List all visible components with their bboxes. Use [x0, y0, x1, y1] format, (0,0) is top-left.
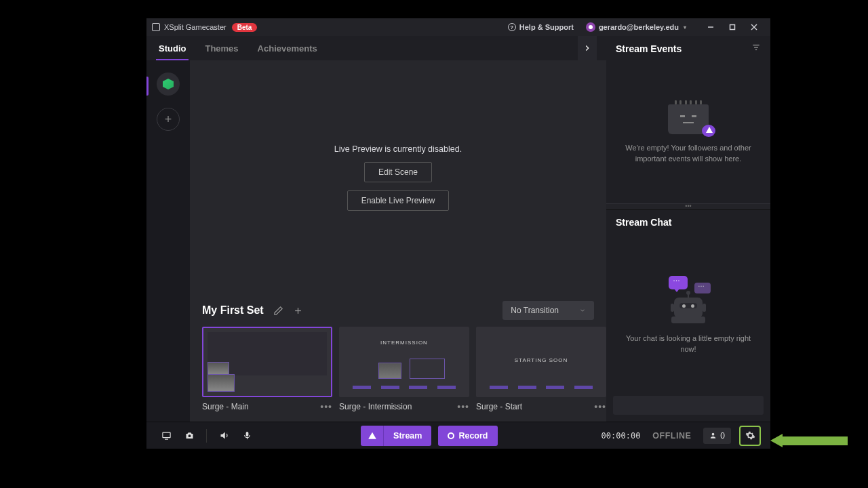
scene-set-title: My First Set — [202, 304, 264, 317]
settings-button[interactable] — [739, 426, 761, 446]
main-tabs: Studio Themes Achievements — [146, 36, 606, 60]
stream-timer: 00:00:00 — [601, 431, 641, 441]
scene-thumb-start[interactable]: STARTING SOON Surge - Start ••• — [476, 327, 606, 412]
gear-icon — [745, 430, 755, 441]
tab-achievements[interactable]: Achievements — [255, 37, 320, 60]
record-icon — [448, 432, 454, 439]
scene-thumb-main[interactable]: Surge - Main ••• — [202, 327, 332, 412]
scene-more-button[interactable]: ••• — [320, 401, 332, 412]
scene-name: Surge - Intermission — [339, 402, 412, 411]
stream-status: OFFLINE — [652, 431, 691, 441]
chat-empty-text: Your chat is looking a little empty righ… — [623, 333, 754, 355]
record-button[interactable]: Record — [438, 426, 497, 446]
collapse-sidebar-button[interactable] — [578, 36, 597, 60]
tab-themes[interactable]: Themes — [202, 37, 241, 60]
stream-button[interactable]: Stream — [384, 426, 431, 446]
svg-point-14 — [712, 433, 715, 436]
preview-disabled-message: Live Preview is currently disabled. — [334, 144, 462, 154]
scene-source-button[interactable] — [157, 73, 180, 96]
svg-rect-1 — [730, 25, 735, 30]
scene-more-button[interactable]: ••• — [457, 401, 469, 412]
scene-name: Surge - Start — [476, 402, 522, 411]
person-icon — [709, 432, 717, 439]
scene-set-bar: My First Set No Transition — [190, 294, 606, 320]
scene-thumb-intermission[interactable]: INTERMISSION Surge - Intermission ••• — [339, 327, 469, 412]
svg-point-11 — [188, 434, 191, 437]
transition-select[interactable]: No Transition — [502, 301, 594, 320]
edit-scene-button[interactable]: Edit Scene — [364, 162, 432, 182]
events-empty-text: We're empty! Your followers and other im… — [620, 142, 757, 165]
add-scene-button[interactable]: + — [157, 108, 180, 131]
chevron-down-icon: ▾ — [684, 24, 686, 30]
titlebar: XSplit Gamecaster Beta ? Help & Support … — [146, 18, 770, 36]
chat-input[interactable] — [613, 396, 764, 415]
chevron-down-icon — [579, 307, 586, 314]
empty-events-icon — [668, 100, 709, 134]
preview-area: Live Preview is currently disabled. Edit… — [190, 60, 606, 294]
user-email: gerardo@berkeley.edu — [599, 23, 679, 31]
events-filter-button[interactable] — [751, 43, 761, 54]
window-close-button[interactable] — [743, 18, 765, 36]
transition-label: No Transition — [511, 306, 559, 315]
add-scene-to-set-button[interactable] — [293, 306, 303, 316]
screenshot-button[interactable] — [179, 427, 199, 445]
rename-set-button[interactable] — [273, 306, 283, 316]
scene-thumbnails: Surge - Main ••• INTERMISSION Su — [190, 320, 606, 422]
app-logo-icon — [152, 23, 160, 31]
stream-events-title: Stream Events — [616, 43, 682, 54]
stream-warning-button[interactable] — [361, 426, 384, 446]
enable-live-preview-button[interactable]: Enable Live Preview — [347, 190, 450, 211]
microphone-button[interactable] — [237, 427, 257, 445]
app-title: XSplit Gamecaster — [164, 23, 226, 31]
stream-chat-title: Stream Chat — [616, 217, 671, 228]
stream-chat-header: Stream Chat — [606, 210, 770, 235]
empty-chat-icon — [665, 276, 712, 323]
stream-events-header: Stream Events — [606, 36, 770, 61]
panel-resize-handle[interactable]: ••• — [606, 203, 770, 210]
divider — [206, 429, 207, 443]
stream-chat-body: Your chat is looking a little empty righ… — [606, 235, 770, 396]
beta-badge: Beta — [232, 23, 258, 32]
display-capture-button[interactable] — [156, 427, 176, 445]
help-label: Help & Support — [519, 23, 574, 31]
svg-rect-12 — [245, 432, 248, 436]
window-minimize-button[interactable] — [700, 18, 722, 36]
scene-name: Surge - Main — [202, 402, 249, 411]
scene-rail: + — [146, 60, 190, 422]
scene-more-button[interactable]: ••• — [594, 401, 606, 412]
user-menu[interactable]: gerardo@berkeley.edu ▾ — [586, 22, 686, 32]
svg-rect-9 — [162, 432, 170, 438]
gem-icon — [163, 79, 174, 89]
tab-studio[interactable]: Studio — [156, 37, 189, 60]
help-support-button[interactable]: ? Help & Support — [508, 23, 574, 31]
viewer-count[interactable]: 0 — [703, 428, 731, 444]
footer: Stream Record 00:00:00 OFFLINE 0 — [146, 422, 770, 449]
window-maximize-button[interactable] — [722, 18, 743, 36]
annotation-arrow — [770, 434, 848, 447]
avatar-icon — [586, 22, 595, 32]
help-icon: ? — [508, 23, 516, 31]
speaker-button[interactable] — [214, 427, 234, 445]
stream-events-body: We're empty! Your followers and other im… — [606, 61, 770, 203]
